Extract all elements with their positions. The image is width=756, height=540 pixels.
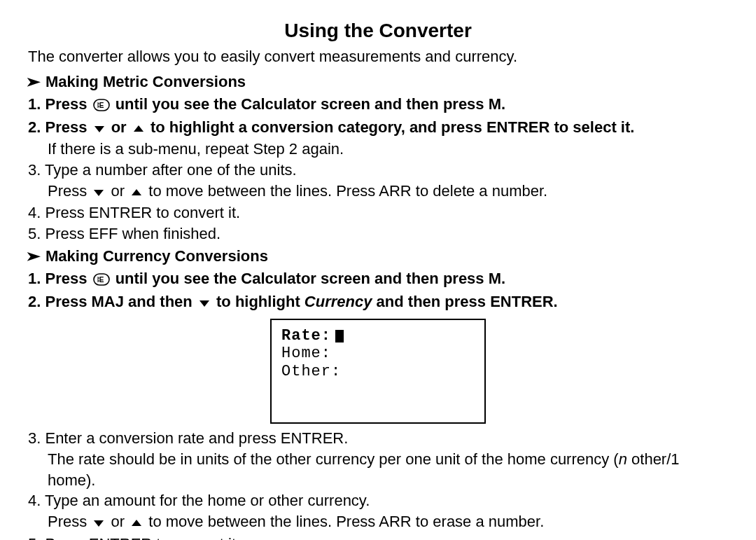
down-arrow-icon [92, 513, 105, 534]
svg-text:E: E [99, 276, 104, 284]
metric-step-2a: 2. Press [28, 118, 87, 136]
page: Using the Converter The converter allows… [0, 0, 756, 540]
currency-step-4: 4. Type an amount for the home or other … [28, 490, 728, 511]
intro-text: The converter allows you to easily conve… [28, 48, 728, 66]
down-arrow-icon [198, 293, 211, 314]
metric-step-2-sub: If there is a sub-menu, repeat Step 2 ag… [48, 139, 728, 160]
metric-step-3-sub-c: to move between the lines. Press [148, 182, 375, 200]
currency-step-1a: 1. Press [28, 270, 87, 287]
metric-step-1a: 1. Press [28, 95, 87, 113]
currency-step-4-sub-e: to erase a number. [416, 513, 544, 530]
cursor-block-icon [335, 330, 344, 342]
right-pointer-icon: ➤ [26, 250, 41, 263]
svg-marker-15 [94, 520, 104, 527]
metric-step-3-sub-b: or [111, 182, 125, 200]
metric-step-3: 3. Type a number after one of the units. [28, 160, 728, 181]
section-currency-heading: ➤ Making Currency Conversions [28, 247, 728, 265]
currency-step-2d: and then press ENTRER. [377, 293, 558, 310]
currency-step-2: 2. Press MAJ and then to highlight Curre… [28, 291, 728, 314]
metric-step-1b: until you see the Calculator screen and … [115, 95, 505, 113]
currency-step-2a: 2. Press MAJ and then [28, 293, 192, 310]
currency-step-4-sub: Press or to move between the lines. Pres… [48, 511, 728, 534]
metric-step-2b: or [111, 118, 127, 136]
up-arrow-icon [132, 118, 145, 139]
svg-marker-7 [94, 190, 104, 196]
currency-step-4-sub-a: Press [48, 513, 87, 530]
svg-marker-6 [134, 125, 144, 132]
screen-rate-line: Rate: [281, 327, 475, 345]
down-arrow-icon [92, 182, 105, 203]
metric-step-2: 2. Press or to highlight a conversion ca… [28, 117, 728, 139]
metric-step-3-sub: Press or to move between the lines. Pres… [48, 181, 728, 203]
section-currency-heading-text: Making Currency Conversions [46, 247, 268, 265]
metric-step-4: 4. Press ENTRER to convert it. [28, 202, 728, 223]
up-arrow-icon [130, 182, 143, 203]
svg-marker-16 [132, 520, 141, 526]
right-pointer-icon: ➤ [26, 76, 41, 88]
svg-marker-8 [132, 189, 141, 195]
currency-step-3: 3. Enter a conversion rate and press ENT… [28, 428, 728, 449]
currency-step-3-sub-b: n [619, 450, 627, 468]
screen-home-label: Home: [281, 345, 475, 362]
currency-step-3-sub: The rate should be in units of the other… [48, 449, 728, 490]
metric-step-3-sub-e: to delete a number. [416, 182, 547, 200]
currency-step-3-sub-a: The rate should be in units of the other… [48, 450, 619, 468]
currency-step-4-sub-d: ARR [379, 513, 411, 530]
screen-other-label: Other: [281, 363, 475, 380]
device-screen: Rate: Home: Other: [270, 319, 486, 424]
metric-step-3-sub-a: Press [48, 182, 87, 200]
svg-marker-5 [94, 126, 104, 132]
device-screen-illustration: Rate: Home: Other: [28, 319, 728, 424]
page-title: Using the Converter [28, 20, 728, 42]
currency-step-2c: Currency [304, 293, 372, 310]
currency-step-4-sub-c: to move between the lines. Press [148, 513, 375, 530]
screen-rate-label: Rate: [281, 327, 331, 345]
currency-step-4-sub-b: or [111, 513, 125, 530]
up-arrow-icon [130, 513, 143, 534]
currency-step-5: 5. Press ENTRER to convert it. [28, 534, 728, 540]
currency-step-1b: until you see the Calculator screen and … [115, 270, 505, 287]
down-arrow-icon [93, 118, 106, 139]
section-metric-heading: ➤ Making Metric Conversions [28, 73, 728, 91]
svg-marker-14 [200, 300, 209, 307]
device-key-icon: E [93, 96, 110, 117]
section-metric-heading-text: Making Metric Conversions [46, 73, 246, 91]
metric-step-2c: to highlight a conversion category, and … [150, 118, 635, 136]
svg-text:E: E [99, 102, 104, 109]
metric-step-1: 1. Press E until you see the Calculator … [28, 94, 728, 117]
metric-step-5: 5. Press EFF when finished. [28, 223, 728, 244]
device-key-icon: E [93, 270, 110, 291]
metric-step-3-sub-d: ARR [379, 182, 411, 200]
currency-step-1: 1. Press E until you see the Calculator … [28, 268, 728, 291]
currency-step-2b: to highlight [216, 293, 300, 310]
